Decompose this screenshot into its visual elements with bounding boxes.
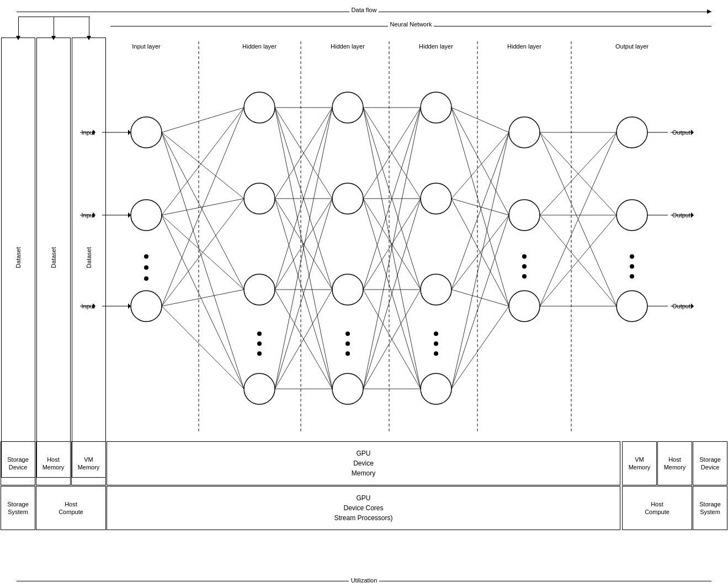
- svg-point-13: [244, 274, 275, 305]
- svg-marker-120: [128, 303, 131, 309]
- storage-system-left: StorageSystem: [1, 486, 35, 530]
- main-container: Data flow Neural Network Input layer Hid…: [0, 0, 728, 588]
- svg-line-46: [162, 132, 244, 290]
- svg-line-91: [451, 132, 509, 199]
- svg-point-33: [509, 200, 540, 231]
- svg-point-40: [617, 291, 647, 322]
- host-memory-right: HostMemory: [657, 441, 692, 485]
- svg-point-24: [346, 351, 350, 356]
- vm-memory-right: VMMemory: [622, 441, 657, 485]
- svg-point-16: [257, 341, 262, 346]
- gpu-device-cores: GPUDevice CoresStream Processors): [107, 486, 620, 530]
- svg-point-39: [617, 200, 647, 231]
- host-compute-left: HostCompute: [36, 486, 106, 530]
- svg-line-99: [451, 306, 509, 389]
- svg-point-18: [332, 92, 363, 123]
- svg-point-31: [434, 351, 438, 356]
- svg-point-38: [617, 117, 647, 148]
- svg-line-92: [451, 199, 509, 215]
- svg-point-41: [630, 254, 634, 259]
- svg-point-14: [244, 373, 275, 404]
- svg-point-19: [332, 183, 363, 214]
- arrow-down-3: [89, 17, 89, 38]
- svg-point-43: [630, 274, 634, 279]
- svg-line-54: [162, 290, 244, 306]
- svg-line-45: [162, 132, 244, 199]
- svg-text:Output: Output: [672, 212, 690, 218]
- svg-marker-130: [691, 212, 694, 218]
- svg-point-37: [522, 274, 527, 279]
- data-flow-arrowhead: [707, 9, 711, 14]
- storage-device-right-mem: StorageDevice: [693, 441, 727, 485]
- svg-marker-126: [691, 130, 694, 135]
- svg-line-96: [451, 290, 509, 306]
- host-compute-right: HostCompute: [622, 486, 692, 530]
- svg-marker-134: [691, 303, 694, 309]
- svg-point-34: [509, 291, 540, 322]
- svg-point-32: [509, 117, 540, 148]
- svg-marker-110: [128, 130, 131, 135]
- svg-point-15: [257, 332, 262, 336]
- svg-point-17: [257, 351, 262, 356]
- svg-line-97: [451, 132, 509, 389]
- storage-system-right: StorageSystem: [693, 486, 727, 530]
- gpu-device-memory: GPUDeviceMemory: [107, 441, 620, 485]
- svg-marker-115: [128, 212, 131, 218]
- arrow-down-2: [54, 17, 54, 38]
- data-flow-label: Data flow: [349, 7, 379, 13]
- svg-point-20: [332, 274, 363, 305]
- svg-point-12: [244, 183, 275, 214]
- top-connect-line: [18, 17, 90, 17]
- svg-point-6: [131, 200, 162, 231]
- svg-line-95: [451, 215, 509, 290]
- nn-label: Neural Network: [388, 21, 434, 28]
- host-memory-left: HostMemory: [36, 441, 71, 485]
- svg-point-7: [131, 291, 162, 322]
- svg-point-9: [144, 265, 148, 270]
- data-flow-row: Data flow: [17, 8, 711, 17]
- utilization-row: Utilization: [17, 577, 711, 586]
- svg-point-11: [244, 92, 275, 123]
- svg-line-51: [162, 215, 244, 389]
- vm-memory-left: VMMemory: [71, 441, 106, 485]
- svg-line-47: [162, 132, 244, 389]
- svg-point-26: [421, 183, 451, 214]
- svg-point-8: [144, 254, 148, 259]
- svg-line-44: [162, 108, 244, 132]
- svg-line-94: [451, 132, 509, 290]
- svg-line-52: [162, 108, 244, 306]
- svg-line-53: [162, 199, 244, 306]
- svg-point-36: [522, 264, 527, 269]
- neural-network-svg: Input Input Input Output Output Output: [0, 36, 728, 439]
- arrow-down-1: [18, 17, 19, 38]
- svg-point-25: [421, 92, 451, 123]
- nn-row: Neural Network: [110, 22, 711, 31]
- svg-text:Output: Output: [672, 129, 690, 136]
- svg-point-29: [434, 332, 438, 336]
- svg-point-23: [346, 341, 350, 346]
- svg-point-22: [346, 332, 350, 336]
- svg-text:Output: Output: [672, 303, 690, 309]
- svg-line-55: [162, 306, 244, 389]
- svg-point-5: [131, 117, 162, 148]
- svg-point-21: [332, 373, 363, 404]
- utilization-label: Utilization: [349, 577, 380, 584]
- svg-line-88: [451, 108, 509, 132]
- svg-point-30: [434, 341, 438, 346]
- storage-device-left-mem: StorageDevice: [1, 441, 35, 485]
- svg-point-42: [630, 264, 634, 269]
- svg-point-10: [144, 276, 148, 281]
- svg-point-28: [421, 373, 451, 404]
- svg-line-98: [451, 215, 509, 389]
- svg-line-48: [162, 108, 244, 215]
- svg-point-35: [522, 254, 527, 259]
- svg-point-27: [421, 274, 451, 305]
- svg-line-89: [451, 108, 509, 215]
